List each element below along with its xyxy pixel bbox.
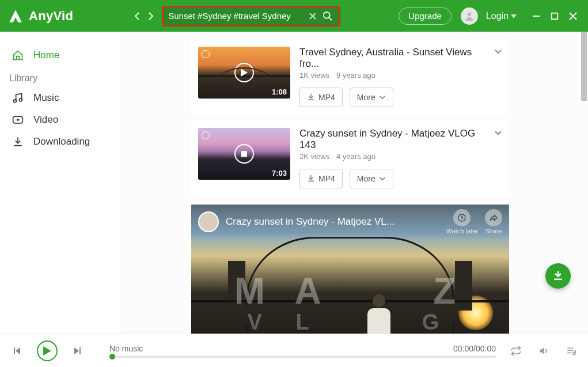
age-text: 9 years ago (336, 71, 375, 80)
play-overlay-icon (234, 63, 254, 82)
share-button[interactable]: Share (485, 209, 502, 234)
playlist-button[interactable] (564, 343, 579, 358)
now-playing-label: No music (109, 344, 143, 353)
result-title[interactable]: Travel Sydney, Australia - Sunset Views … (299, 47, 490, 70)
repeat-button[interactable] (509, 343, 523, 358)
previous-track-button[interactable] (9, 343, 24, 358)
format-label: MP4 (318, 174, 335, 183)
music-icon (12, 92, 24, 104)
upgrade-button[interactable]: Upgrade (399, 7, 452, 25)
download-arrow-icon (307, 93, 315, 103)
home-icon (12, 49, 24, 62)
download-icon (12, 135, 24, 148)
watch-later-button[interactable]: Watch later (446, 209, 478, 234)
chevron-down-icon (379, 93, 386, 102)
sidebar-item-home[interactable]: Home (0, 44, 122, 66)
select-circle[interactable] (202, 50, 210, 58)
window-maximize-button[interactable] (549, 10, 560, 22)
duration-badge: 7:03 (272, 169, 287, 177)
search-box (162, 6, 340, 27)
result-card: 7:03 Crazy sunset in Sydney - Matjoez VL… (191, 121, 509, 195)
chevron-down-icon[interactable] (494, 47, 502, 57)
sidebar: Home Library Music Video Downloading (0, 32, 122, 334)
svg-point-3 (14, 100, 17, 103)
app-logo: AnyVid (8, 9, 73, 24)
result-card: 1:08 Travel Sydney, Australia - Sunset V… (191, 40, 509, 114)
chevron-down-icon (511, 11, 517, 21)
content-area: 1:08 Travel Sydney, Australia - Sunset V… (122, 32, 588, 334)
chevron-down-icon (379, 174, 386, 183)
scrollbar[interactable] (581, 32, 587, 101)
seek-bar[interactable] (109, 355, 496, 358)
more-label: More (357, 93, 375, 102)
share-label: Share (485, 228, 502, 234)
chevron-down-icon[interactable] (494, 128, 502, 138)
age-text: 4 years ago (336, 152, 375, 161)
views-text: 2K views (299, 152, 329, 161)
video-watermark: V L G (191, 310, 509, 334)
result-thumbnail[interactable]: 1:08 (198, 47, 290, 99)
svg-point-1 (468, 12, 472, 16)
avatar[interactable] (461, 7, 478, 25)
svg-point-0 (324, 12, 330, 18)
logo-icon (8, 9, 23, 24)
more-button[interactable]: More (350, 169, 393, 188)
stop-overlay-icon (234, 144, 254, 164)
login-label: Login (486, 11, 509, 21)
play-button[interactable] (37, 340, 58, 361)
time-label: 00:00/00:00 (453, 344, 496, 353)
app-header: AnyVid Upgrade Login (0, 0, 588, 32)
sidebar-item-label: Video (33, 114, 58, 126)
more-button[interactable]: More (350, 88, 393, 107)
views-text: 1K views (299, 71, 329, 80)
volume-button[interactable] (536, 343, 551, 358)
search-input[interactable] (168, 11, 304, 21)
login-button[interactable]: Login (486, 11, 517, 21)
sidebar-item-label: Music (33, 92, 59, 104)
brand-name: AnyVid (29, 9, 73, 24)
svg-rect-2 (552, 13, 558, 19)
format-label: MP4 (318, 93, 335, 102)
clear-search-button[interactable] (306, 10, 319, 22)
window-close-button[interactable] (567, 10, 579, 22)
result-thumbnail[interactable]: 7:03 (198, 128, 290, 180)
select-circle[interactable] (202, 131, 210, 139)
more-label: More (357, 174, 375, 183)
sidebar-item-label: Home (33, 50, 59, 61)
video-watermark: M A Z (191, 270, 509, 312)
duration-badge: 1:08 (272, 88, 287, 96)
format-button[interactable]: MP4 (299, 88, 343, 107)
watch-later-label: Watch later (446, 228, 478, 234)
sidebar-section-label: Library (0, 66, 122, 87)
download-fab[interactable] (545, 263, 571, 289)
format-button[interactable]: MP4 (299, 169, 343, 188)
next-track-button[interactable] (70, 343, 85, 358)
search-button[interactable] (321, 10, 334, 22)
seek-handle[interactable] (109, 354, 115, 360)
sidebar-item-label: Downloading (33, 136, 90, 147)
channel-avatar[interactable] (198, 211, 219, 232)
svg-point-4 (20, 99, 22, 101)
video-icon (12, 113, 24, 126)
video-player[interactable]: M A Z V L G Crazy sunset in Sydney - Mat… (191, 205, 509, 334)
sidebar-item-music[interactable]: Music (0, 87, 122, 109)
player-bar: No music 00:00/00:00 (0, 334, 588, 367)
download-arrow-icon (307, 174, 315, 184)
result-title[interactable]: Crazy sunset in Sydney - Matjoez VLOG 14… (299, 128, 490, 151)
svg-rect-6 (241, 151, 247, 157)
sidebar-item-video[interactable]: Video (0, 109, 122, 131)
nav-back-button[interactable] (131, 10, 143, 22)
nav-forward-button[interactable] (145, 10, 157, 22)
player-title: Crazy sunset in Sydney - Matjoez VL... (226, 216, 439, 228)
sidebar-item-downloading[interactable]: Downloading (0, 131, 122, 153)
window-minimize-button[interactable] (530, 10, 542, 22)
